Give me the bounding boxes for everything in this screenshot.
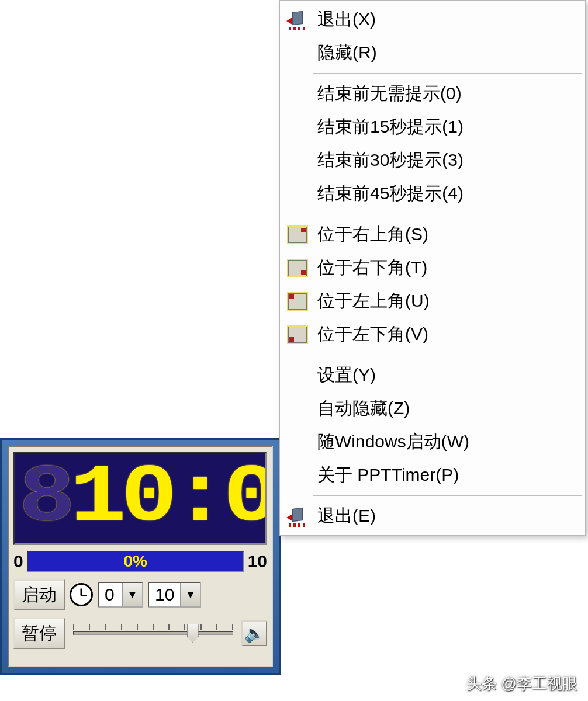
menu-label: 位于左下角(V)	[317, 322, 428, 346]
menu-label: 结束前无需提示(0)	[317, 82, 462, 106]
exit-icon	[283, 9, 312, 30]
slider-ticks	[73, 624, 233, 631]
menu-label: 自动隐藏(Z)	[317, 397, 410, 421]
menu-label: 结束前15秒提示(1)	[317, 115, 464, 139]
progress-value: 0%	[123, 552, 147, 571]
menu-pos-top-right[interactable]: 位于右上角(S)	[281, 218, 584, 251]
menu-separator	[313, 355, 582, 355]
hours-combo[interactable]: 0 ▼	[98, 582, 143, 608]
menu-autohide[interactable]: 自动隐藏(Z)	[281, 392, 584, 425]
spacer-icon	[283, 365, 312, 386]
menu-separator	[313, 495, 582, 496]
menu-hide[interactable]: 隐藏(R)	[281, 36, 584, 70]
spacer-icon	[283, 117, 312, 138]
menu-settings[interactable]: 设置(Y)	[281, 359, 584, 392]
pause-button[interactable]: 暂停	[13, 618, 65, 649]
menu-label: 隐藏(R)	[317, 41, 377, 65]
corner-top-right-icon	[283, 224, 312, 245]
menu-pos-bottom-left[interactable]: 位于左下角(V)	[281, 318, 584, 351]
spacer-icon	[283, 84, 312, 105]
corner-top-left-icon	[283, 291, 312, 312]
progress-bar[interactable]: 0%	[27, 551, 244, 572]
pause-row: 暂停 🔈	[13, 616, 267, 650]
menu-label: 设置(Y)	[317, 363, 376, 387]
menu-label: 关于 PPTTimer(P)	[317, 463, 459, 487]
spacer-icon	[283, 183, 312, 204]
menu-remind-0[interactable]: 结束前无需提示(0)	[281, 77, 584, 110]
volume-slider[interactable]	[73, 623, 233, 644]
watermark: 头条 @李工视眼	[466, 674, 577, 694]
progress-min: 0	[13, 551, 23, 571]
slider-thumb[interactable]	[187, 624, 199, 643]
progress-max: 10	[248, 551, 267, 571]
spacer-icon	[283, 465, 312, 486]
minutes-combo[interactable]: 10 ▼	[148, 582, 201, 608]
spacer-icon	[283, 43, 312, 64]
menu-label: 退出(X)	[317, 8, 376, 32]
menu-remind-30[interactable]: 结束前30秒提示(3)	[281, 144, 584, 177]
menu-exit-e[interactable]: 退出(E)	[281, 499, 584, 533]
menu-remind-15[interactable]: 结束前15秒提示(1)	[281, 110, 584, 144]
menu-exit-x[interactable]: 退出(X)	[281, 3, 584, 36]
timer-panel: 810:00 0 0% 10 启动 0 ▼ 10 ▼ 暂停	[8, 446, 273, 667]
menu-label: 随Windows启动(W)	[317, 430, 469, 454]
clock-icon	[70, 583, 93, 606]
menu-pos-top-left[interactable]: 位于左上角(U)	[281, 284, 584, 318]
led-display: 810:00	[13, 452, 267, 545]
menu-label: 退出(E)	[317, 504, 376, 528]
corner-bottom-right-icon	[283, 258, 312, 279]
menu-label: 位于右下角(T)	[317, 256, 427, 280]
menu-winstart[interactable]: 随Windows启动(W)	[281, 425, 584, 459]
corner-bottom-left-icon	[283, 324, 312, 345]
led-time: 810:00	[19, 457, 267, 539]
slider-track	[73, 631, 233, 635]
chevron-down-icon[interactable]: ▼	[180, 583, 200, 606]
exit-icon	[283, 506, 312, 527]
minutes-value: 10	[149, 585, 180, 605]
progress-row: 0 0% 10	[13, 550, 267, 573]
context-menu: 退出(X) 隐藏(R) 结束前无需提示(0) 结束前15秒提示(1) 结束前30…	[279, 0, 586, 536]
timer-window: 810:00 0 0% 10 启动 0 ▼ 10 ▼ 暂停	[0, 438, 281, 675]
menu-pos-bottom-right[interactable]: 位于右下角(T)	[281, 251, 584, 284]
spacer-icon	[283, 150, 312, 171]
menu-separator	[313, 214, 582, 214]
menu-separator	[313, 73, 582, 74]
menu-label: 位于右上角(S)	[317, 223, 428, 247]
start-button[interactable]: 启动	[13, 579, 65, 610]
controls-row: 启动 0 ▼ 10 ▼	[13, 578, 267, 612]
menu-label: 位于左上角(U)	[317, 289, 430, 313]
menu-remind-45[interactable]: 结束前45秒提示(4)	[281, 177, 584, 210]
spacer-icon	[283, 398, 312, 419]
hours-value: 0	[99, 585, 122, 605]
speaker-icon[interactable]: 🔈	[241, 620, 267, 646]
menu-label: 结束前45秒提示(4)	[317, 182, 464, 206]
spacer-icon	[283, 432, 312, 453]
menu-label: 结束前30秒提示(3)	[317, 148, 464, 172]
chevron-down-icon[interactable]: ▼	[122, 583, 142, 606]
menu-about[interactable]: 关于 PPTTimer(P)	[281, 459, 584, 492]
